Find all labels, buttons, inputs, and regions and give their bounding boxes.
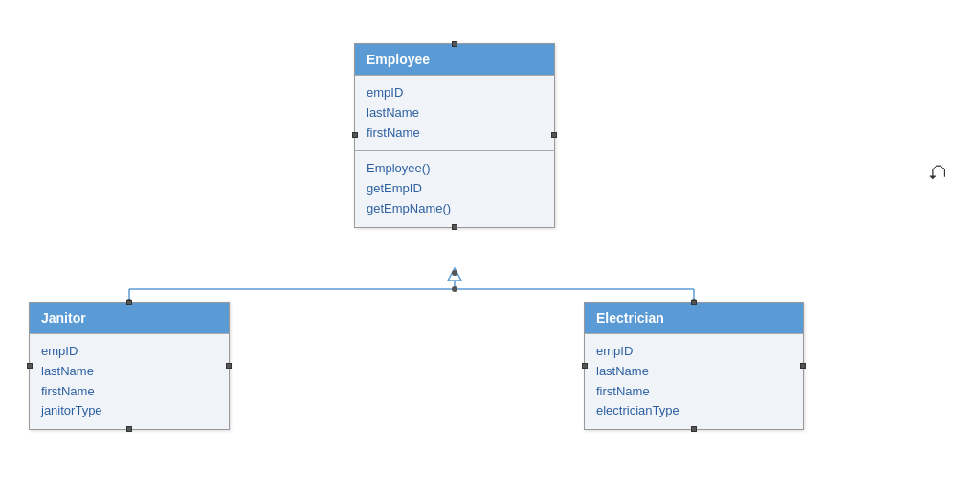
handle-janitor-right	[226, 363, 232, 369]
electrician-field-lastname: lastName	[596, 362, 791, 382]
class-electrician-attributes: empID lastName firstName electricianType	[585, 333, 803, 429]
janitor-field-lastname: lastName	[41, 362, 217, 382]
class-employee-title: Employee	[367, 52, 430, 67]
electrician-field-firstname: firstName	[596, 382, 791, 402]
class-electrician-header: Electrician	[585, 303, 803, 333]
method-getempid: getEmpID	[367, 179, 543, 199]
class-janitor-header: Janitor	[30, 303, 229, 333]
janitor-field-janitortype: janitorType	[41, 401, 217, 421]
electrician-field-empid: empID	[596, 342, 791, 362]
handle-janitor-top	[126, 300, 132, 305]
class-electrician[interactable]: Electrician empID lastName firstName ele…	[584, 302, 804, 430]
field-lastname: lastName	[367, 103, 543, 124]
class-employee-header: Employee	[355, 44, 554, 75]
field-firstname: firstName	[367, 124, 543, 144]
handle-electrician-left	[582, 363, 588, 369]
field-empid: empID	[367, 83, 543, 103]
janitor-field-firstname: firstName	[41, 382, 217, 402]
handle-electrician-top	[691, 300, 697, 305]
svg-marker-4	[448, 268, 461, 281]
handle-employee-right	[551, 132, 557, 138]
class-janitor-title: Janitor	[41, 310, 86, 326]
class-electrician-title: Electrician	[596, 310, 664, 326]
handle-employee-bottom	[452, 224, 457, 230]
method-getempname: getEmpName()	[367, 199, 543, 219]
handle-janitor-left	[27, 363, 33, 369]
handle-employee-left	[352, 132, 358, 138]
class-employee-methods: Employee() getEmpID getEmpName()	[355, 150, 554, 226]
class-janitor[interactable]: Janitor empID lastName firstName janitor…	[29, 302, 230, 430]
svg-point-8	[452, 286, 457, 292]
method-constructor: Employee()	[367, 159, 543, 179]
handle-janitor-bottom	[126, 426, 132, 432]
svg-point-7	[452, 270, 457, 276]
class-employee[interactable]: Employee empID lastName firstName Employ…	[354, 43, 555, 228]
electrician-field-electriciantype: electricianType	[596, 401, 791, 421]
handle-electrician-right	[800, 363, 806, 369]
class-employee-attributes: empID lastName firstName	[355, 75, 554, 150]
handle-electrician-bottom	[691, 426, 697, 432]
class-janitor-attributes: empID lastName firstName janitorType	[30, 333, 229, 429]
cursor-pointer: ⮏	[926, 161, 946, 183]
handle-employee-top	[452, 41, 457, 47]
diagram-canvas: Employee empID lastName firstName Employ…	[0, 0, 980, 495]
janitor-field-empid: empID	[41, 342, 217, 362]
